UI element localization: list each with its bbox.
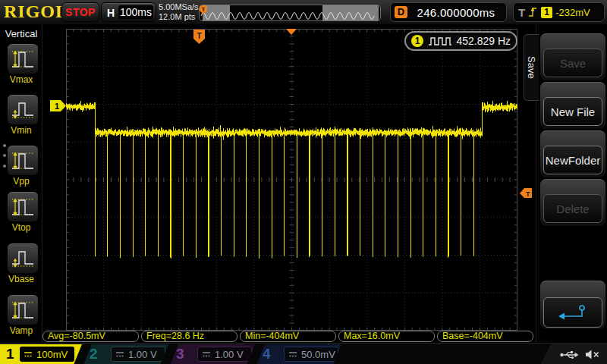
strip-waveform — [200, 5, 380, 21]
freq-counter-channel-badge: 1 — [411, 35, 423, 47]
menu-button-3[interactable]: Delete — [543, 194, 602, 223]
channel1-number: 1 — [6, 346, 14, 362]
sidebar-item-vpp[interactable] — [8, 146, 38, 175]
svg-text:T: T — [202, 7, 206, 12]
sidebar-label-vtop: Vtop — [0, 222, 42, 233]
menu-button-1[interactable]: New File — [543, 97, 602, 126]
sidebar-label-vmin: Vmin — [0, 125, 42, 136]
freq-counter-badge: 1 452.829 Hz — [404, 31, 517, 51]
trigger-readout: T 1 -232mV — [513, 2, 605, 22]
delay-icon: D — [395, 6, 407, 18]
sidebar-item-vtop[interactable] — [8, 192, 38, 221]
oscilloscope-screen: RIGOL STOP H 100ms 5.00MSa/s 12.0M pts T… — [0, 0, 607, 364]
channel3-scale: 1.00 V — [215, 349, 244, 360]
top-status-bar: RIGOL STOP H 100ms 5.00MSa/s 12.0M pts T… — [0, 0, 607, 25]
delay-readout: D 246.000000ms — [390, 2, 507, 22]
memory-depth: 12.0M pts — [159, 12, 199, 22]
acquisition-info: 5.00MSa/s 12.0M pts — [159, 2, 199, 22]
sidebar-item-vmin[interactable] — [8, 95, 38, 124]
measurement-max: Max=16.0mV — [338, 331, 435, 342]
sidebar-label-vpp: Vpp — [0, 176, 42, 187]
squarewave-icon — [428, 36, 451, 46]
trigger-label: T — [518, 6, 525, 19]
trigger-time-flag: T — [193, 30, 205, 44]
menu-button-2[interactable]: NewFolder — [543, 146, 602, 174]
channel2-scale: 1.00 V — [128, 349, 157, 360]
measurement-min: Min=-404mV — [240, 331, 336, 342]
channel-status-bar: 1 100mV 2 1.00 V — [0, 343, 607, 364]
dc-coupling-icon — [115, 350, 124, 359]
svg-text:T: T — [197, 32, 201, 40]
sidebar-label-vmax: Vmax — [0, 74, 42, 85]
save-menu-tab-label: Save — [526, 56, 537, 79]
channel1-scale: 100mV — [36, 349, 68, 360]
vmin-icon — [10, 99, 36, 121]
channel1-waveform — [66, 29, 517, 331]
dc-coupling-icon — [202, 350, 211, 359]
save-menu-tab: Save — [524, 34, 539, 101]
rigol-logo: RIGOL — [4, 2, 68, 22]
channel1-ground-marker: 1 — [50, 100, 67, 111]
page-indicator-dot — [3, 165, 6, 168]
dc-coupling-icon — [288, 350, 297, 359]
sidebar-label-vbase: Vbase — [0, 274, 42, 284]
channel-status-3[interactable]: 3 1.00 V — [170, 344, 255, 364]
channel-status-2[interactable]: 2 1.00 V — [83, 344, 168, 364]
sidebar-item-vbase[interactable] — [8, 243, 38, 273]
run-stop-status[interactable]: STOP — [61, 2, 99, 22]
h-label: H — [107, 7, 115, 19]
delay-value: 246.000000ms — [409, 3, 503, 21]
measurement-avg: Avg=-80.5mV — [42, 331, 139, 342]
trigger-position-marker — [286, 29, 297, 35]
sidebar-label-vamp: Vamp — [0, 325, 42, 336]
page-indicator-dot — [3, 144, 6, 147]
channel-status-4[interactable]: 4 50.0mV — [256, 344, 341, 364]
waveform-display-area: 1 452.829 Hz T 1 T Avg=-80.5mV Freq=28.6… — [42, 24, 536, 342]
channel4-number: 4 — [263, 346, 271, 362]
menu-title: Vertical — [0, 28, 42, 39]
left-menu: Vertical Vmax Vmin — [0, 24, 42, 342]
measurement-base: Base=-404mV — [437, 331, 533, 342]
vmax-icon — [10, 48, 36, 71]
vbase-icon — [10, 247, 36, 270]
freq-counter-value: 452.829 Hz — [456, 35, 511, 47]
trigger-level-value: -232mV — [555, 7, 590, 18]
sample-rate: 5.00MSa/s — [159, 2, 199, 12]
vtop-icon — [10, 196, 36, 218]
memory-timebase-strip: T — [199, 5, 381, 21]
softkey-menu: Save Save New File NewFolder Delete — [536, 24, 607, 342]
vpp-icon — [10, 149, 36, 172]
trigger-level-marker: T — [520, 188, 532, 199]
dc-coupling-icon — [24, 350, 33, 359]
page-indicator-dot — [3, 154, 6, 157]
channel4-scale: 50.0mV — [301, 349, 335, 360]
svg-text:1: 1 — [55, 102, 59, 111]
trigger-edge-icon — [528, 6, 538, 18]
trigger-source-badge: 1 — [541, 7, 552, 18]
speaker-muted-icon — [585, 349, 599, 360]
channel2-number: 2 — [90, 346, 98, 362]
usb-icon — [560, 350, 579, 360]
strip-trigger-marker: T — [200, 5, 207, 14]
back-button[interactable] — [543, 297, 602, 328]
horizontal-scale-box[interactable]: H 100ms — [101, 2, 156, 22]
channel-status-1[interactable]: 1 100mV — [0, 344, 82, 364]
vamp-icon — [10, 299, 36, 322]
status-icons — [540, 344, 607, 364]
sidebar-item-vmax[interactable] — [8, 44, 38, 74]
channel3-number: 3 — [176, 346, 184, 362]
run-stop-label: STOP — [65, 6, 96, 18]
h-scale-value: 100ms — [118, 5, 153, 19]
menu-button-0[interactable]: Save — [543, 49, 602, 77]
sidebar-item-vamp[interactable] — [8, 295, 38, 325]
return-arrow-icon — [558, 304, 588, 321]
measurement-freq: Freq=28.6 Hz — [141, 331, 237, 342]
svg-text:T: T — [526, 190, 530, 198]
